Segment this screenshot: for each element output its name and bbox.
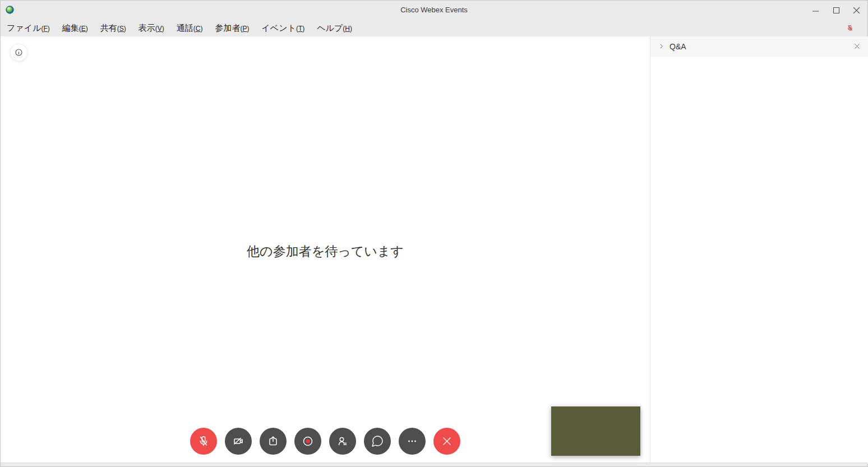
window-controls xyxy=(809,3,863,17)
chat-icon xyxy=(371,434,384,448)
close-button[interactable] xyxy=(849,3,863,17)
main-stage: 他の参加者を待っています xyxy=(1,36,650,464)
menu-item-participant[interactable]: 参加者(P) xyxy=(209,20,255,37)
self-video-thumbnail[interactable] xyxy=(551,406,640,456)
close-icon xyxy=(853,7,860,14)
record-icon xyxy=(301,434,315,448)
close-x-icon xyxy=(440,434,454,448)
mic-muted-icon xyxy=(197,434,210,448)
info-button[interactable] xyxy=(10,44,27,61)
chevron-right-icon xyxy=(658,43,664,49)
ellipsis-icon xyxy=(405,434,419,448)
participants-icon xyxy=(336,434,349,448)
participants-button[interactable] xyxy=(329,428,356,455)
menu-item-help[interactable]: ヘルプ(H) xyxy=(311,20,358,37)
menu-item-event[interactable]: イベント(T) xyxy=(255,20,311,37)
qa-panel-body xyxy=(650,57,868,464)
minimize-button[interactable] xyxy=(809,3,823,17)
menu-item-file[interactable]: ファイル(F) xyxy=(1,20,56,37)
title-bar: Cisco Webex Events xyxy=(1,1,867,20)
share-content-button[interactable] xyxy=(260,428,287,455)
info-icon xyxy=(14,48,24,57)
more-options-button[interactable] xyxy=(399,428,426,455)
qa-panel: Q&A xyxy=(650,36,868,464)
qa-panel-title: Q&A xyxy=(670,42,686,51)
mute-audio-button[interactable] xyxy=(190,428,217,455)
maximize-button[interactable] xyxy=(829,3,843,17)
record-button[interactable] xyxy=(294,428,321,455)
window-bottom-edge xyxy=(1,463,867,466)
minimize-icon xyxy=(812,7,819,13)
close-icon xyxy=(853,43,861,50)
menu-item-call[interactable]: 通話(C) xyxy=(170,20,209,37)
qa-panel-header: Q&A xyxy=(650,36,868,57)
menu-item-edit[interactable]: 編集(E) xyxy=(56,20,94,37)
camera-off-icon xyxy=(232,434,245,448)
menu-item-share[interactable]: 共有(S) xyxy=(94,20,132,37)
maximize-icon xyxy=(833,7,840,14)
menu-items: ファイル(F)編集(E)共有(S)表示(V)通話(C)参加者(P)イベント(T)… xyxy=(1,20,867,36)
chat-button[interactable] xyxy=(364,428,391,455)
qa-collapse-button[interactable] xyxy=(658,43,664,49)
menu-item-view[interactable]: 表示(V) xyxy=(132,20,170,37)
menu-bar: ファイル(F)編集(E)共有(S)表示(V)通話(C)参加者(P)イベント(T)… xyxy=(1,20,867,36)
share-icon xyxy=(266,434,280,448)
mic-muted-icon xyxy=(846,23,854,33)
start-video-button[interactable] xyxy=(225,428,252,455)
leave-event-button[interactable] xyxy=(433,428,460,455)
webex-window: Cisco Webex Events ファイル(F)編集(E)共有(S)表示(V… xyxy=(0,0,868,467)
call-controls-toolbar xyxy=(190,428,460,455)
waiting-message: 他の参加者を待っています xyxy=(1,243,650,260)
qa-close-button[interactable] xyxy=(853,43,861,50)
window-title: Cisco Webex Events xyxy=(1,1,867,20)
